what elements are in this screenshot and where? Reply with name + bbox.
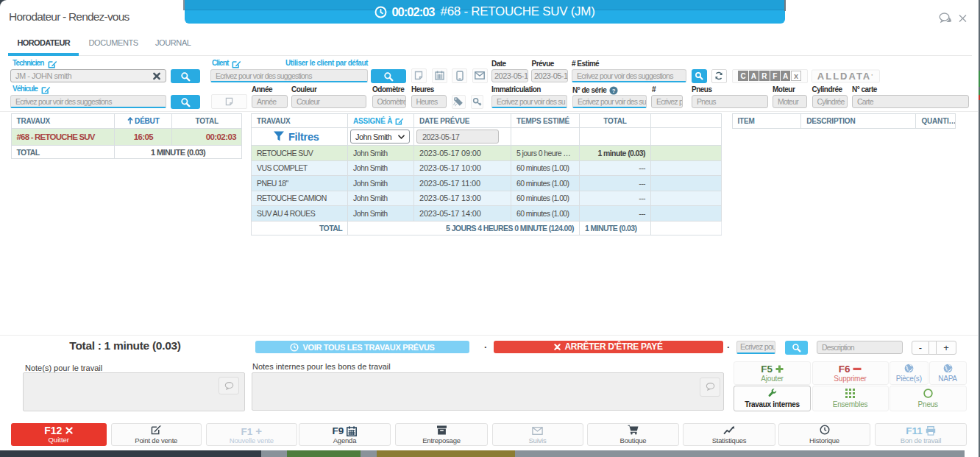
svg-text:?: ? [612, 88, 616, 94]
